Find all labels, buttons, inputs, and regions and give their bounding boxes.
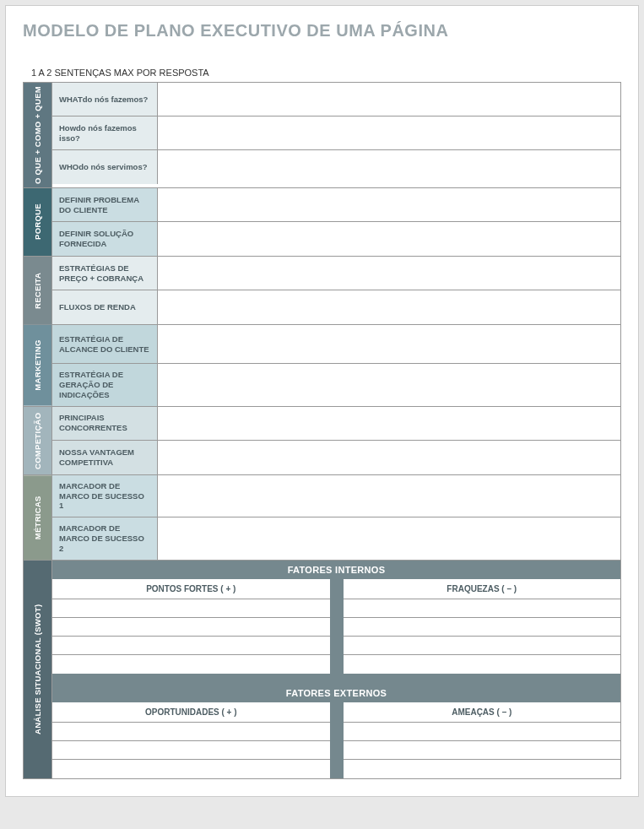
- swot-weaknesses-column: FRAQUEZAS ( – ): [344, 579, 621, 674]
- section-label: COMPETIÇÃO: [24, 407, 52, 474]
- swot-weakness-cell[interactable]: [344, 655, 621, 674]
- swot-internal-grid: PONTOS FORTES ( + ) FRAQUEZAS ( – ): [52, 579, 620, 674]
- row-value[interactable]: [158, 517, 620, 560]
- row-solucao: DEFINIR SOLUÇÃO FORNECIDA: [52, 222, 620, 256]
- section-label: PORQUE: [24, 188, 52, 256]
- row-label: WHATdo nós fazemos?: [52, 83, 158, 116]
- row-marco-2: MARCADOR DE MARCO DE SUCESSO 2: [52, 517, 620, 560]
- row-label: FLUXOS DE RENDA: [52, 290, 158, 324]
- row-label: DEFINIR PROBLEMA DO CLIENTE: [52, 188, 158, 221]
- swot-external-banner: FATORES EXTERNOS: [52, 684, 620, 702]
- row-value[interactable]: [158, 222, 620, 256]
- section-competicao: COMPETIÇÃO PRINCIPAIS CONCORRENTES NOSSA…: [24, 407, 620, 475]
- row-what: WHATdo nós fazemos?: [52, 83, 620, 116]
- row-marco-1: MARCADOR DE MARCO DE SUCESSO 1: [52, 475, 620, 518]
- swot-strength-cell[interactable]: [52, 655, 330, 674]
- swot-opportunity-cell[interactable]: [52, 760, 330, 778]
- row-label: PRINCIPAIS CONCORRENTES: [52, 407, 158, 440]
- row-value[interactable]: [158, 290, 620, 324]
- row-label: MARCADOR DE MARCO DE SUCESSO 2: [52, 517, 158, 560]
- row-value[interactable]: [158, 325, 620, 363]
- swot-external-grid: OPORTUNIDADES ( + ) AMEAÇAS ( – ): [52, 702, 620, 778]
- instruction-text: 1 A 2 SENTENÇAS MAX POR RESPOSTA: [31, 68, 621, 78]
- swot-mid-bar: [52, 674, 620, 684]
- section-porque: PORQUE DEFINIR PROBLEMA DO CLIENTE DEFIN…: [24, 188, 620, 257]
- row-label: NOSSA VANTAGEM COMPETITIVA: [52, 441, 158, 474]
- swot-divider: [330, 702, 344, 778]
- row-value[interactable]: [158, 116, 620, 149]
- section-receita: RECEITA ESTRATÉGIAS DE PREÇO + COBRANÇA …: [24, 257, 620, 325]
- row-label: ESTRATÉGIA DE GERAÇÃO DE INDICAÇÕES: [52, 364, 158, 406]
- section-label: MÉTRICAS: [24, 475, 52, 560]
- row-value[interactable]: [158, 441, 620, 474]
- row-label: ESTRATÉGIAS DE PREÇO + COBRANÇA: [52, 257, 158, 290]
- row-who: WHOdo nós servimos?: [52, 150, 620, 184]
- swot-strength-cell[interactable]: [52, 618, 330, 637]
- section-swot: ANÁLISE SITUACIONAL (SWOT) FATORES INTER…: [24, 561, 620, 778]
- row-alcance: ESTRATÉGIA DE ALCANCE DO CLIENTE: [52, 325, 620, 364]
- row-label: Howdo nós fazemos isso?: [52, 116, 158, 149]
- section-label: MARKETING: [24, 325, 52, 406]
- section-label: RECEITA: [24, 257, 52, 324]
- swot-strength-cell[interactable]: [52, 599, 330, 618]
- section-label: ANÁLISE SITUACIONAL (SWOT): [24, 561, 52, 778]
- swot-opportunity-cell[interactable]: [52, 741, 330, 760]
- row-value[interactable]: [158, 475, 620, 517]
- row-concorrentes: PRINCIPAIS CONCORRENTES: [52, 407, 620, 441]
- row-label: MARCADOR DE MARCO DE SUCESSO 1: [52, 475, 158, 517]
- row-vantagem: NOSSA VANTAGEM COMPETITIVA: [52, 441, 620, 474]
- swot-threats-header: AMEAÇAS ( – ): [344, 702, 621, 723]
- row-label: ESTRATÉGIA DE ALCANCE DO CLIENTE: [52, 325, 158, 363]
- section-what-how-who: O QUE + COMO + QUEM WHATdo nós fazemos? …: [24, 83, 620, 188]
- document-page: MODELO DE PLANO EXECUTIVO DE UMA PÁGINA …: [5, 5, 639, 797]
- row-value[interactable]: [158, 364, 620, 406]
- row-value[interactable]: [158, 257, 620, 290]
- page-title: MODELO DE PLANO EXECUTIVO DE UMA PÁGINA: [23, 21, 621, 41]
- swot-divider: [330, 579, 344, 674]
- swot-weakness-cell[interactable]: [344, 637, 621, 655]
- swot-threat-cell[interactable]: [344, 741, 621, 760]
- row-problema: DEFINIR PROBLEMA DO CLIENTE: [52, 188, 620, 222]
- worksheet: O QUE + COMO + QUEM WHATdo nós fazemos? …: [23, 82, 621, 779]
- row-fluxos: FLUXOS DE RENDA: [52, 290, 620, 324]
- row-indicacoes: ESTRATÉGIA DE GERAÇÃO DE INDICAÇÕES: [52, 364, 620, 406]
- swot-weakness-cell[interactable]: [344, 599, 621, 618]
- swot-opportunity-cell[interactable]: [52, 723, 330, 741]
- row-label: DEFINIR SOLUÇÃO FORNECIDA: [52, 222, 158, 256]
- row-preco: ESTRATÉGIAS DE PREÇO + COBRANÇA: [52, 257, 620, 290]
- row-value[interactable]: [158, 150, 620, 184]
- row-value[interactable]: [158, 407, 620, 440]
- swot-opportunities-header: OPORTUNIDADES ( + ): [52, 702, 330, 723]
- section-marketing: MARKETING ESTRATÉGIA DE ALCANCE DO CLIEN…: [24, 325, 620, 407]
- swot-weaknesses-header: FRAQUEZAS ( – ): [344, 579, 621, 599]
- swot-strengths-column: PONTOS FORTES ( + ): [52, 579, 330, 674]
- row-value[interactable]: [158, 188, 620, 221]
- swot-weakness-cell[interactable]: [344, 618, 621, 637]
- swot-threat-cell[interactable]: [344, 723, 621, 741]
- row-value[interactable]: [158, 83, 620, 116]
- section-label: O QUE + COMO + QUEM: [24, 83, 52, 187]
- swot-strengths-header: PONTOS FORTES ( + ): [52, 579, 330, 599]
- section-metricas: MÉTRICAS MARCADOR DE MARCO DE SUCESSO 1 …: [24, 475, 620, 561]
- swot-threat-cell[interactable]: [344, 760, 621, 778]
- swot-internal-banner: FATORES INTERNOS: [52, 561, 620, 579]
- swot-strength-cell[interactable]: [52, 637, 330, 655]
- swot-opportunities-column: OPORTUNIDADES ( + ): [52, 702, 330, 778]
- row-how: Howdo nós fazemos isso?: [52, 116, 620, 150]
- row-label: WHOdo nós servimos?: [52, 150, 158, 184]
- swot-threats-column: AMEAÇAS ( – ): [344, 702, 621, 778]
